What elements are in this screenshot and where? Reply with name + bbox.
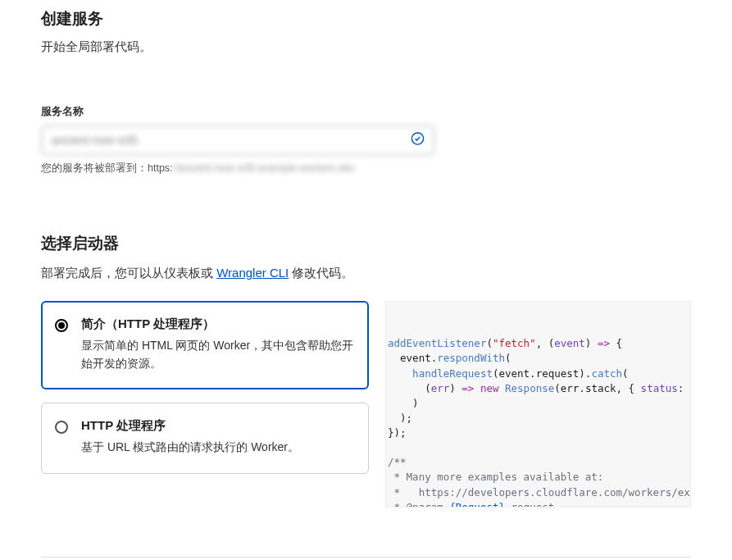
code-preview[interactable]: addEventListener("fetch", (event) => { e… [385,301,691,508]
check-circle-icon [411,132,425,149]
page-title: 创建服务 [41,8,691,30]
service-name-label: 服务名称 [41,104,691,119]
divider [41,557,691,558]
starter-subtitle-after: 修改代码。 [289,266,353,280]
service-name-input[interactable] [41,125,434,155]
starter-title: 选择启动器 [41,233,691,254]
service-name-input-wrap [41,125,434,155]
starter-option-intro[interactable]: 简介（HTTP 处理程序） 显示简单的 HTML 网页的 Worker，其中包含… [41,301,369,389]
option-desc: 基于 URL 模式路由的请求执行的 Worker。 [81,439,299,457]
page-subtitle: 开始全局部署代码。 [41,39,691,55]
radio-icon [55,421,68,434]
starter-options: 简介（HTTP 处理程序） 显示简单的 HTML 网页的 Worker，其中包含… [41,301,369,487]
option-desc: 显示简单的 HTML 网页的 Worker，其中包含帮助您开始开发的资源。 [81,337,355,372]
wrangler-cli-link[interactable]: Wrangler CLI [216,266,289,280]
radio-icon [55,319,68,332]
starter-subtitle: 部署完成后，您可以从仪表板或 Wrangler CLI 修改代码。 [41,266,691,281]
helper-url: //ancient-river-e35.example.workers.dev [173,162,355,174]
starter-subtitle-before: 部署完成后，您可以从仪表板或 [41,266,216,280]
option-title: HTTP 处理程序 [81,418,299,434]
option-title: 简介（HTTP 处理程序） [81,316,355,332]
service-name-helper: 您的服务将被部署到：https://ancient-river-e35.exam… [41,162,691,175]
starter-option-http[interactable]: HTTP 处理程序 基于 URL 模式路由的请求执行的 Worker。 [41,403,369,474]
helper-prefix: 您的服务将被部署到：https: [41,162,173,174]
